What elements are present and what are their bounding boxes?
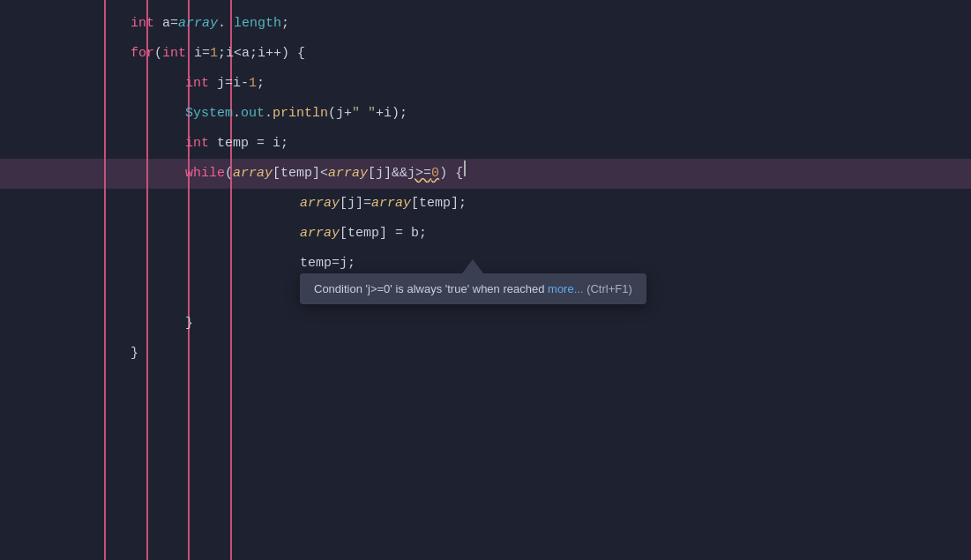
- for-params: i=: [194, 39, 210, 69]
- condition-squiggle: j>=: [407, 159, 431, 189]
- bracket-temp2: [temp];: [411, 189, 467, 219]
- tooltip-message: Condition 'j>=0' is always 'true' when r…: [314, 282, 544, 295]
- tooltip-box: Condition 'j>=0' is always 'true' when r…: [300, 273, 646, 304]
- keyword-int-2: int: [162, 39, 194, 69]
- array-italic-4: array: [371, 189, 411, 219]
- bracket-j2: [j]=: [340, 189, 371, 219]
- str-space: " ": [352, 99, 376, 129]
- dot: .: [218, 9, 234, 39]
- tooltip: Condition 'j>=0' is always 'true' when r…: [300, 273, 646, 304]
- semi2: ;: [257, 69, 265, 99]
- concat: +i);: [376, 99, 407, 129]
- bracket-temp: [temp]<: [273, 159, 328, 189]
- keyword-int: int: [131, 9, 162, 39]
- system: System: [185, 99, 233, 129]
- code-line-1: int a= array . length ;: [0, 9, 971, 39]
- bracket-temp3: [temp] = b;: [340, 219, 427, 249]
- close-brace-1: }: [185, 309, 193, 339]
- keyword-for: for: [131, 39, 154, 69]
- keyword-int-3: int: [185, 69, 217, 99]
- num-1: 1: [210, 39, 218, 69]
- code-line-8: array [temp] = b;: [0, 219, 971, 249]
- array-italic-1: array: [233, 159, 273, 189]
- condition-zero: 0: [431, 159, 439, 189]
- semi1: ;i<a;i++) {: [218, 39, 305, 69]
- var-array: array: [178, 9, 218, 39]
- bracket-j: [j]&&: [368, 159, 407, 189]
- dot2: .: [233, 99, 241, 129]
- semicolon: ;: [281, 9, 289, 39]
- tooltip-shortcut: (Ctrl+F1): [586, 282, 632, 295]
- array-italic-5: array: [300, 219, 340, 249]
- code-line-5: int temp = i;: [0, 129, 971, 159]
- keyword-while: while: [185, 159, 225, 189]
- rparen-brace: ) {: [439, 159, 463, 189]
- code-line-6: while ( array [temp]< array [j]&& j>= 0 …: [0, 159, 971, 189]
- keyword-int-5: int: [185, 129, 217, 159]
- code-line-4: System . out . println (j+ " " +i);: [0, 99, 971, 129]
- code-line-11: }: [0, 309, 971, 339]
- tooltip-more-link[interactable]: more...: [548, 282, 583, 295]
- array-italic-2: array: [328, 159, 368, 189]
- println: println: [273, 99, 328, 129]
- prop-length: length: [234, 9, 281, 39]
- var-a: a=: [162, 9, 178, 39]
- code-line-3: int j=i- 1 ;: [0, 69, 971, 99]
- code-area: int a= array . length ; for ( int i= 1 ;…: [0, 0, 971, 377]
- code-line-7: array [j]= array [temp];: [0, 189, 971, 219]
- tooltip-arrow: [462, 259, 483, 273]
- close-brace-2: }: [131, 339, 138, 369]
- paren: (: [154, 39, 162, 69]
- array-italic-3: array: [300, 189, 340, 219]
- temp-assign: temp = i;: [217, 129, 288, 159]
- dot3: .: [265, 99, 273, 129]
- code-line-12: }: [0, 339, 971, 369]
- code-line-2: for ( int i= 1 ;i<a;i++) {: [0, 39, 971, 69]
- out: out: [241, 99, 265, 129]
- code-editor: int a= array . length ; for ( int i= 1 ;…: [0, 0, 971, 560]
- num-1b: 1: [249, 69, 257, 99]
- text-cursor: [464, 161, 466, 176]
- lparen3: (: [225, 159, 233, 189]
- var-j: j=i-: [217, 69, 249, 99]
- lparen2: (j+: [328, 99, 352, 129]
